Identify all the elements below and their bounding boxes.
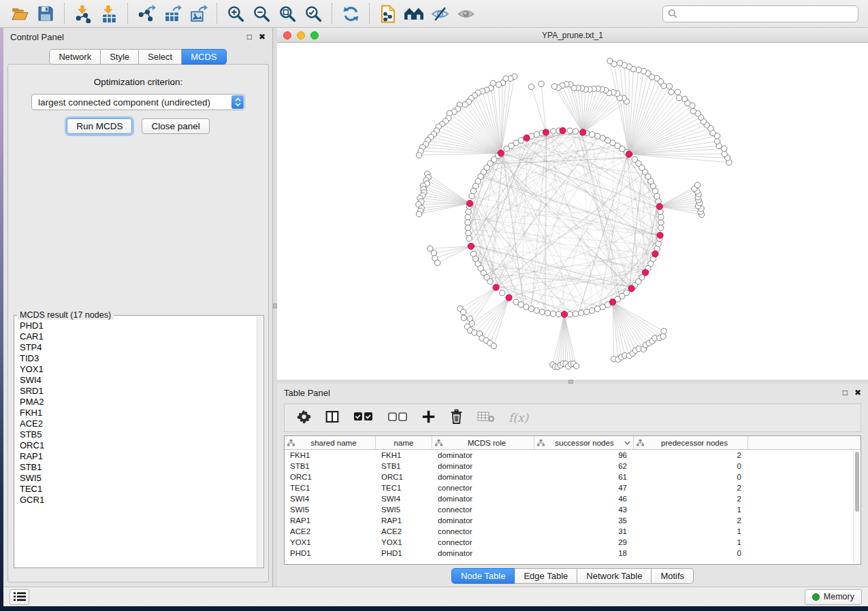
mcds-result-item[interactable]: ACE2 bbox=[20, 418, 257, 429]
mcds-result-item[interactable]: GCR1 bbox=[20, 495, 257, 506]
column-header-predecessor-nodes[interactable]: predecessor nodes bbox=[634, 436, 748, 449]
import-network-icon bbox=[74, 5, 93, 23]
mcds-result-list: PHD1CAR1STP4TID3YOX1SWI4SRD1PMA2FKH1ACE2… bbox=[15, 316, 257, 567]
network-view-title: YPA_prune.txt_1 bbox=[277, 31, 868, 40]
memory-button[interactable]: Memory bbox=[805, 589, 862, 605]
column-header-name[interactable]: name bbox=[376, 436, 432, 449]
mcds-result-item[interactable]: TID3 bbox=[20, 353, 257, 364]
zoom-selected-icon bbox=[304, 5, 323, 23]
table-row[interactable]: STB1 STB1 dominator 62 0 bbox=[285, 461, 861, 472]
table-row[interactable]: TEC1 TEC1 connector 47 2 bbox=[285, 482, 861, 493]
delete-column-button[interactable] bbox=[449, 409, 464, 427]
refresh-button[interactable] bbox=[340, 3, 361, 24]
search-input[interactable] bbox=[681, 9, 853, 18]
mcds-result-item[interactable]: SWI4 bbox=[20, 375, 257, 386]
show-eye-button[interactable] bbox=[455, 3, 477, 24]
mcds-result-item[interactable]: RAP1 bbox=[20, 451, 257, 462]
mcds-result-item[interactable]: CAR1 bbox=[20, 331, 257, 342]
mcds-result-item[interactable]: SRD1 bbox=[20, 386, 257, 397]
toolbar-separator bbox=[369, 3, 370, 24]
float-panel-icon[interactable]: □ bbox=[247, 33, 252, 41]
export-network-button[interactable] bbox=[135, 3, 157, 24]
mcds-list-scrollbar[interactable] bbox=[257, 316, 263, 567]
mcds-result-item[interactable]: PHD1 bbox=[20, 320, 257, 331]
function-builder-button[interactable]: f(x) bbox=[509, 411, 528, 425]
import-network-button[interactable] bbox=[72, 3, 94, 24]
zoom-fit-button[interactable] bbox=[276, 3, 298, 24]
delete-table-button[interactable] bbox=[477, 410, 495, 426]
toolbar-separator bbox=[127, 3, 128, 24]
table-toolbar: f(x) bbox=[284, 403, 861, 432]
close-panel-button[interactable]: Close panel bbox=[142, 118, 209, 134]
column-header-filler bbox=[748, 436, 861, 449]
unchecked-boxes-icon bbox=[387, 410, 408, 423]
optimization-criterion-select[interactable]: largest connected component (undirected) bbox=[31, 94, 245, 110]
table-row[interactable]: SWI4 SWI4 dominator 46 2 bbox=[285, 493, 861, 504]
task-history-button[interactable] bbox=[10, 589, 29, 605]
float-panel-icon[interactable]: □ bbox=[843, 389, 848, 397]
show-columns-button[interactable] bbox=[325, 410, 340, 427]
checked-boxes-icon bbox=[353, 410, 374, 423]
tab-motifs[interactable]: Motifs bbox=[652, 568, 694, 584]
table-scrollbar[interactable] bbox=[853, 450, 860, 563]
table-scrollbar-thumb[interactable] bbox=[855, 452, 859, 512]
tab-network-table[interactable]: Network Table bbox=[577, 568, 652, 584]
deselect-all-button[interactable] bbox=[387, 410, 408, 425]
close-panel-icon[interactable]: ✖ bbox=[854, 389, 861, 397]
eye-slash-icon bbox=[430, 5, 450, 23]
zoom-in-button[interactable] bbox=[225, 3, 246, 24]
tab-style[interactable]: Style bbox=[101, 49, 139, 65]
column-header-successor-nodes[interactable]: successor nodes bbox=[534, 436, 634, 449]
network-document-button[interactable] bbox=[377, 3, 399, 24]
tab-node-table[interactable]: Node Table bbox=[451, 568, 515, 584]
app-window: Control Panel □ ✖ Network Style Select M… bbox=[0, 0, 868, 611]
tab-network[interactable]: Network bbox=[49, 49, 101, 65]
import-table-button[interactable] bbox=[98, 3, 120, 24]
optimization-criterion-label: Optimization criterion: bbox=[8, 77, 268, 87]
close-panel-icon[interactable]: ✖ bbox=[259, 33, 266, 41]
toolbar-separator bbox=[64, 3, 65, 24]
mcds-result-item[interactable]: YOX1 bbox=[20, 364, 257, 375]
table-row[interactable]: ORC1 ORC1 dominator 61 0 bbox=[285, 472, 861, 482]
tab-edge-table[interactable]: Edge Table bbox=[515, 568, 577, 584]
mcds-result-item[interactable]: STB1 bbox=[20, 462, 257, 473]
hide-panels-button[interactable] bbox=[403, 3, 425, 24]
table-row[interactable]: SWI5 SWI5 connector 43 1 bbox=[285, 504, 861, 515]
zoom-fit-icon bbox=[278, 5, 297, 23]
column-header-shared-name[interactable]: shared name bbox=[285, 436, 376, 449]
open-file-button[interactable] bbox=[9, 3, 31, 24]
mcds-result-item[interactable]: STP4 bbox=[20, 342, 257, 353]
mcds-tab-content: Optimization criterion: largest connecte… bbox=[7, 64, 269, 582]
mcds-result-item[interactable]: SWI5 bbox=[20, 473, 257, 484]
table-settings-button[interactable] bbox=[297, 410, 311, 427]
table-row[interactable]: PHD1 PHD1 dominator 18 0 bbox=[285, 548, 861, 559]
tab-select[interactable]: Select bbox=[139, 49, 182, 65]
table-row[interactable]: YOX1 YOX1 connector 29 1 bbox=[285, 537, 861, 548]
select-stepper-icon bbox=[231, 95, 244, 109]
tab-mcds[interactable]: MCDS bbox=[182, 49, 226, 65]
mcds-result-item[interactable]: TEC1 bbox=[20, 484, 257, 495]
hide-nodes-button[interactable] bbox=[429, 3, 451, 24]
add-column-button[interactable] bbox=[421, 410, 436, 427]
network-canvas[interactable] bbox=[277, 43, 868, 380]
export-image-icon bbox=[189, 5, 208, 23]
table-row[interactable]: RAP1 RAP1 dominator 35 2 bbox=[285, 515, 861, 526]
tree-icon bbox=[287, 440, 295, 446]
optimization-criterion-value: largest connected component (undirected) bbox=[38, 97, 210, 108]
zoom-out-button[interactable] bbox=[251, 3, 272, 24]
table-panel: Table Panel □ ✖ bbox=[277, 384, 868, 587]
export-image-button[interactable] bbox=[187, 3, 209, 24]
run-mcds-button[interactable]: Run MCDS bbox=[67, 118, 132, 134]
select-all-button[interactable] bbox=[353, 410, 374, 425]
column-header-mcds-role[interactable]: MCDS role bbox=[432, 436, 534, 449]
mcds-result-item[interactable]: FKH1 bbox=[20, 408, 257, 418]
export-table-button[interactable] bbox=[161, 3, 183, 24]
mcds-result-group: MCDS result (17 nodes) PHD1CAR1STP4TID3Y… bbox=[14, 315, 264, 568]
zoom-selected-button[interactable] bbox=[302, 3, 324, 24]
mcds-result-item[interactable]: PMA2 bbox=[20, 397, 257, 408]
mcds-result-item[interactable]: ORC1 bbox=[20, 440, 257, 451]
table-row[interactable]: FKH1 FKH1 dominator 96 2 bbox=[285, 450, 861, 461]
table-row[interactable]: ACE2 ACE2 connector 31 1 bbox=[285, 526, 861, 537]
mcds-result-item[interactable]: STB5 bbox=[20, 429, 257, 440]
save-session-button[interactable] bbox=[35, 3, 57, 24]
